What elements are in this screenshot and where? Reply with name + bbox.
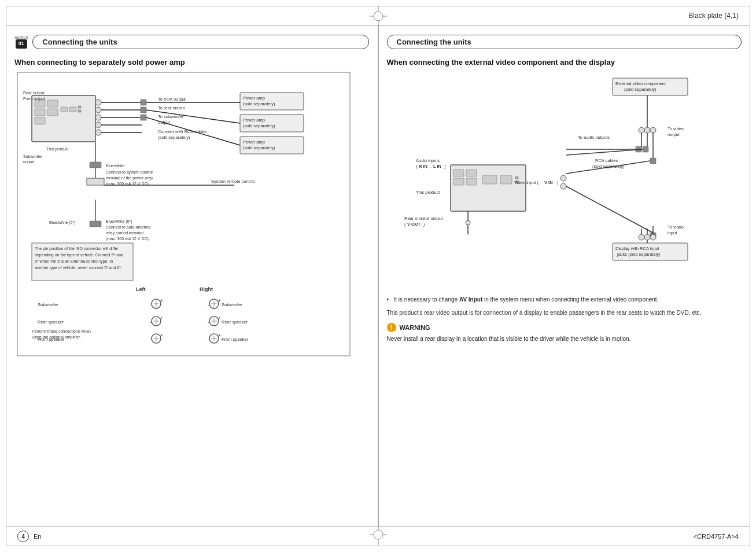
bullet-suffix: in the system menu when connecting the e… (482, 296, 658, 303)
system-remote-label: System remote control (211, 179, 255, 184)
power-amp-2-label: Power amp (243, 117, 265, 123)
svg-text:+: + (218, 333, 221, 338)
body-text: This product's rear video output is for … (387, 308, 742, 317)
svg-rect-105 (453, 170, 464, 176)
svg-rect-39 (87, 178, 104, 185)
power-amp-3-label: Power amp (243, 139, 265, 145)
right-diagram-svg: External video component (sold separatel… (387, 72, 728, 292)
rear-speaker-r-label: Rear speaker (222, 319, 248, 325)
section-header-left: Section 01 Connecting the units (14, 35, 369, 49)
svg-point-137 (650, 234, 656, 240)
svg-text:relay control terminal: relay control terminal (106, 231, 143, 235)
svg-text:6* when Pin 5 is an antenna co: 6* when Pin 5 is an antenna control type… (35, 259, 113, 264)
svg-rect-14 (69, 107, 76, 112)
bullet-bold: AV Input (459, 296, 482, 303)
footer-left: 4 En (17, 531, 41, 542)
warning-box: ! WARNING Never install a rear display i… (387, 323, 742, 343)
svg-point-136 (644, 234, 650, 240)
subwoofer-l-label: Subwoofer (38, 302, 58, 307)
svg-text:,: , (430, 164, 432, 169)
svg-text:−: − (208, 320, 211, 325)
svg-text:): ) (444, 164, 446, 169)
svg-rect-45 (90, 221, 101, 227)
connect-rca-label2: (sold separately) (158, 135, 190, 140)
footer-code: <CRD4757-A>4 (694, 533, 739, 540)
power-amp-3-sub: (sold separately) (243, 145, 275, 150)
svg-text:External video component: External video component (615, 81, 666, 86)
svg-point-118 (560, 175, 566, 181)
svg-point-129 (466, 220, 470, 225)
power-amp-1-sub: (sold separately) (243, 101, 275, 106)
left-diagram-svg: Rear output Front output This product Su… (14, 72, 356, 356)
svg-rect-28 (141, 107, 146, 113)
subwoofer-output-label: Subwoofer (23, 154, 43, 159)
svg-rect-16 (78, 110, 81, 112)
svg-text:The pin position of the ISO co: The pin position of the ISO connector wi… (35, 246, 119, 251)
warning-icon: ! (387, 323, 396, 332)
warning-text: Never install a rear display in a locati… (387, 334, 742, 343)
svg-text:): ) (557, 180, 559, 185)
svg-rect-13 (61, 107, 68, 112)
section-number: 01 (16, 39, 27, 49)
svg-text:+: + (218, 315, 221, 321)
blue-white-label: Blue/white (106, 164, 124, 168)
svg-rect-111 (515, 176, 518, 179)
svg-rect-10 (35, 117, 45, 124)
svg-text:(: ( (416, 164, 418, 169)
svg-text:−: − (150, 303, 153, 308)
left-panel: Section 01 Connecting the units When con… (6, 26, 378, 526)
rear-monitor-output-label: Rear monitor output (404, 216, 443, 221)
svg-text:−: − (150, 320, 153, 325)
to-video-output-label: To video (668, 126, 684, 131)
this-product-right-label: This product (416, 190, 440, 195)
front-output-label: Front output (23, 97, 45, 101)
main-content: Section 01 Connecting the units When con… (6, 26, 750, 526)
svg-point-5 (374, 530, 383, 539)
svg-text:+: + (160, 298, 163, 303)
blue-white-6-label: Blue/white (6*) (106, 219, 132, 224)
svg-text:+: + (160, 315, 163, 321)
svg-text:−: − (208, 337, 211, 343)
svg-rect-29 (141, 115, 146, 120)
svg-text:jacks (sold separately): jacks (sold separately) (617, 252, 661, 257)
to-subwoofer-output-label: To subwoofer (158, 114, 184, 119)
svg-rect-8 (35, 100, 45, 107)
svg-point-119 (560, 183, 566, 189)
crosshair-bottom (370, 524, 387, 546)
audio-inputs-label: Audio inputs (416, 158, 440, 163)
svg-point-91 (644, 127, 650, 133)
svg-text:output: output (668, 132, 680, 137)
svg-text:(max. 300 mA 12 V DC).: (max. 300 mA 12 V DC). (106, 237, 150, 241)
svg-text:Connect to auto-antenna: Connect to auto-antenna (106, 225, 150, 229)
svg-rect-15 (78, 106, 81, 108)
svg-text:R IN: R IN (419, 164, 427, 169)
svg-text:Connect to system control: Connect to system control (106, 170, 153, 175)
svg-rect-11 (47, 100, 58, 107)
to-audio-outputs-label: To audio outputs (578, 135, 610, 140)
svg-text:V IN: V IN (544, 180, 553, 185)
svg-text:Perform these connections when: Perform these connections when (32, 329, 91, 333)
svg-text:(max. 300 mA 12 V DC).: (max. 300 mA 12 V DC). (106, 182, 150, 186)
svg-text:terminal of the power amp: terminal of the power amp (106, 176, 153, 181)
section-header-right: Connecting the units (387, 35, 742, 49)
svg-text:L IN: L IN (433, 164, 441, 169)
right-diagram: External video component (sold separatel… (387, 72, 742, 292)
svg-rect-108 (466, 178, 477, 185)
connect-rca-label: Connect with RCA cables (158, 129, 207, 134)
svg-text:using the optional amplifier.: using the optional amplifier. (32, 335, 81, 340)
svg-text:−: − (208, 303, 211, 308)
blue-white-5-label: Blue/white (5*) (49, 220, 76, 225)
to-front-output-label: To front output (158, 97, 186, 102)
to-subwoofer-output-label2: output (158, 120, 171, 125)
rca-cables-label: RCA cables (595, 158, 618, 163)
svg-text:depending on the type of vehic: depending on the type of vehicle. Connec… (35, 253, 123, 257)
svg-text:(: ( (404, 222, 406, 227)
left-diagram: Rear output Front output This product Su… (14, 72, 369, 356)
svg-point-135 (639, 234, 644, 240)
header-title: Black plate (4,1) (688, 12, 739, 20)
svg-rect-110 (500, 175, 512, 184)
svg-point-21 (95, 130, 101, 135)
svg-text:+: + (218, 298, 221, 303)
svg-point-18 (95, 107, 101, 113)
subwoofer-output-label2: output (23, 160, 35, 164)
